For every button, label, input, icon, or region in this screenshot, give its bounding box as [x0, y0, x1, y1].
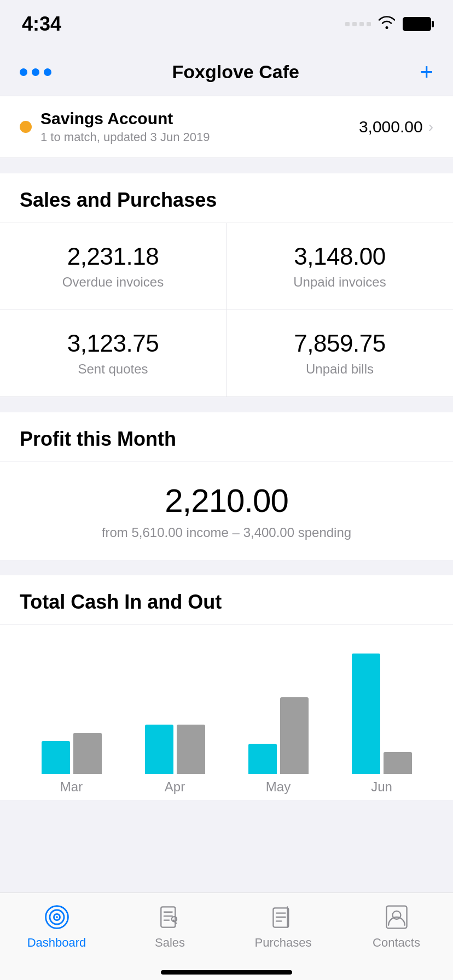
bar-cash-out	[73, 733, 102, 774]
overdue-invoices-label: Overdue invoices	[20, 275, 206, 290]
chart-group-mar: Mar	[42, 632, 102, 795]
tab-dashboard[interactable]: Dashboard	[13, 902, 101, 950]
cash-flow-header: Total Cash In and Out	[0, 575, 453, 625]
dashboard-icon	[42, 902, 72, 932]
unpaid-invoices-value: 3,148.00	[246, 243, 433, 270]
bar-cash-in	[145, 725, 173, 774]
sales-purchases-title: Sales and Purchases	[20, 189, 217, 211]
bar-cash-in	[42, 741, 70, 774]
svg-point-3	[56, 916, 58, 918]
status-icons	[345, 15, 431, 33]
account-subtitle: 1 to match, updated 3 Jun 2019	[40, 130, 210, 144]
tab-bar: Dashboard Sales Purchases	[0, 892, 453, 980]
add-button[interactable]: +	[420, 61, 433, 84]
sales-icon	[155, 902, 185, 932]
signal-icon	[345, 22, 371, 26]
unpaid-bills-value: 7,859.75	[246, 330, 433, 357]
tab-sales-label: Sales	[155, 936, 185, 950]
chart-bars	[145, 632, 205, 774]
account-balance: 3,000.00	[359, 118, 423, 136]
cash-flow-section: Total Cash In and Out MarAprMayJun	[0, 575, 453, 800]
nav-header: Foxglove Cafe +	[0, 48, 453, 96]
bar-cash-out	[384, 752, 412, 774]
account-name: Savings Account	[40, 109, 210, 128]
unpaid-invoices-label: Unpaid invoices	[246, 275, 433, 290]
bar-cash-out	[280, 697, 309, 774]
bar-cash-in	[352, 654, 380, 774]
profit-content: 2,210.00 from 5,610.00 income – 3,400.00…	[0, 462, 453, 560]
profit-title: Profit this Month	[20, 428, 176, 450]
unpaid-bills-cell[interactable]: 7,859.75 Unpaid bills	[226, 310, 453, 397]
account-info: Savings Account 1 to match, updated 3 Ju…	[40, 109, 210, 144]
tab-purchases[interactable]: Purchases	[240, 902, 327, 950]
profit-section: Profit this Month 2,210.00 from 5,610.00…	[0, 412, 453, 560]
page-title: Foxglove Cafe	[172, 61, 299, 83]
bar-cash-in	[248, 744, 277, 774]
chart-month-label: Apr	[165, 779, 185, 795]
chart-group-may: May	[248, 632, 309, 795]
unpaid-bills-label: Unpaid bills	[246, 361, 433, 377]
sent-quotes-value: 3,123.75	[20, 330, 206, 357]
chart-month-label: Mar	[60, 779, 83, 795]
overdue-invoices-cell[interactable]: 2,231.18 Overdue invoices	[0, 223, 226, 310]
home-indicator	[161, 970, 292, 975]
chart-group-jun: Jun	[352, 632, 412, 795]
chart-month-label: May	[266, 779, 291, 795]
purchases-icon	[268, 902, 299, 932]
tab-dashboard-label: Dashboard	[27, 936, 86, 950]
sales-purchases-header: Sales and Purchases	[0, 173, 453, 223]
account-status-dot	[20, 121, 32, 133]
overdue-invoices-value: 2,231.18	[20, 243, 206, 270]
chart-bars	[248, 632, 309, 774]
more-button[interactable]	[20, 68, 51, 76]
tab-sales[interactable]: Sales	[126, 902, 214, 950]
status-bar: 4:34	[0, 0, 453, 48]
account-left: Savings Account 1 to match, updated 3 Ju…	[20, 109, 210, 144]
tab-contacts[interactable]: Contacts	[353, 902, 440, 950]
chart-month-label: Jun	[371, 779, 392, 795]
wifi-icon	[378, 15, 396, 33]
account-right: 3,000.00 ›	[359, 118, 433, 136]
tab-purchases-label: Purchases	[255, 936, 312, 950]
chart-bars	[42, 632, 102, 774]
sent-quotes-cell[interactable]: 3,123.75 Sent quotes	[0, 310, 226, 397]
cash-flow-title: Total Cash In and Out	[20, 591, 222, 613]
sales-purchases-section: Sales and Purchases 2,231.18 Overdue inv…	[0, 173, 453, 397]
bar-cash-out	[177, 725, 205, 774]
account-row[interactable]: Savings Account 1 to match, updated 3 Ju…	[0, 96, 453, 158]
chart-bars	[352, 632, 412, 774]
unpaid-invoices-cell[interactable]: 3,148.00 Unpaid invoices	[226, 223, 453, 310]
chevron-right-icon: ›	[428, 118, 433, 136]
contacts-icon	[381, 902, 412, 932]
status-time: 4:34	[22, 13, 61, 36]
cash-flow-chart: MarAprMayJun	[0, 625, 453, 800]
profit-value: 2,210.00	[20, 482, 433, 520]
stats-grid: 2,231.18 Overdue invoices 3,148.00 Unpai…	[0, 223, 453, 397]
tab-contacts-label: Contacts	[373, 936, 420, 950]
chart-group-apr: Apr	[145, 632, 205, 795]
profit-header: Profit this Month	[0, 412, 453, 462]
sent-quotes-label: Sent quotes	[20, 361, 206, 377]
profit-subtitle: from 5,610.00 income – 3,400.00 spending	[20, 525, 433, 540]
battery-icon	[403, 17, 431, 31]
